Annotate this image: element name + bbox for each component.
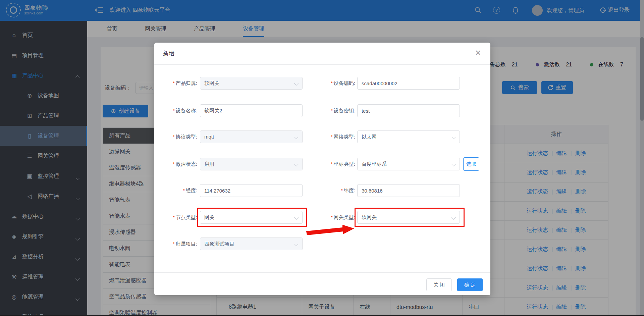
required-asterisk: * (173, 241, 175, 247)
modal-title: 新增 (163, 49, 174, 58)
form-row: *激活状态:启用*坐标类型:百度坐标系选取 (154, 158, 490, 170)
label-gateway-type: *网关类型: (288, 211, 355, 224)
label-coord-type: *坐标类型: (288, 158, 355, 170)
required-asterisk: * (173, 161, 175, 167)
label-latitude: *纬度: (288, 184, 355, 197)
field-wrap-network-type: 以太网 (357, 130, 460, 143)
required-asterisk: * (183, 188, 185, 193)
modal-footer-divider (154, 272, 490, 273)
required-asterisk: * (331, 80, 333, 86)
label-longitude: *经度: (154, 184, 197, 197)
field-wrap-latitude (357, 184, 460, 197)
field-wrap-longitude (200, 184, 303, 197)
field-gateway-type[interactable]: 软网关 (357, 211, 460, 224)
field-wrap-product-owner: 软网关 (200, 77, 303, 90)
field-wrap-coord-type: 百度坐标系 (357, 158, 460, 170)
chevron-down-icon (451, 162, 456, 166)
field-gateway-type-value: 软网关 (362, 214, 377, 220)
label-node-type: *节点类型: (154, 211, 197, 224)
field-wrap-activation-status: 启用 (200, 158, 303, 170)
field-product-owner-value: 软网关 (204, 80, 219, 86)
field-device-secret[interactable] (357, 104, 460, 117)
required-asterisk: * (173, 134, 175, 140)
form-row: *经度:*纬度: (154, 184, 490, 197)
field-latitude[interactable] (357, 184, 460, 197)
label-device-secret: *设备密钥: (288, 104, 355, 117)
label-protocol-type: *协议类型: (154, 130, 197, 143)
label-activation-status: *激活状态: (154, 158, 197, 170)
field-coord-type-value: 百度坐标系 (362, 161, 387, 167)
label-device-name: *设备名称: (154, 104, 197, 117)
field-project[interactable]: 四象测试项目 (200, 238, 303, 250)
form-row: *归属项目:四象测试项目 (154, 238, 490, 250)
required-asterisk: * (341, 188, 343, 193)
required-asterisk: * (173, 80, 175, 86)
confirm-button[interactable]: 确 定 (457, 278, 483, 291)
field-node-type-value: 网关 (204, 214, 214, 220)
modal-title-divider (154, 64, 490, 65)
chevron-down-icon (294, 242, 299, 246)
required-asterisk: * (331, 134, 333, 140)
chevron-down-icon (451, 135, 456, 139)
field-wrap-device-code (357, 77, 460, 90)
field-product-owner[interactable]: 软网关 (200, 77, 303, 90)
close-icon[interactable]: ✕ (475, 49, 481, 57)
field-device-code[interactable] (357, 77, 460, 90)
add-device-modal: 新增 ✕ *产品归属:软网关*设备编码:*设备名称:*设备密钥:*协议类型:mq… (154, 43, 490, 295)
required-asterisk: * (173, 214, 175, 220)
form-row: *协议类型:mqtt*网络类型:以太网 (154, 130, 490, 143)
field-longitude[interactable] (200, 184, 303, 197)
field-activation-status[interactable]: 启用 (200, 158, 303, 170)
form-row: *节点类型:网关*网关类型:软网关 (154, 211, 490, 224)
field-coord-type[interactable]: 百度坐标系 (357, 158, 460, 170)
field-wrap-protocol-type: mqtt (200, 130, 303, 143)
field-network-type[interactable]: 以太网 (357, 130, 460, 143)
label-network-type: *网络类型: (288, 130, 355, 143)
field-node-type[interactable]: 网关 (200, 211, 303, 224)
label-product-owner: *产品归属: (154, 77, 197, 90)
field-project-value: 四象测试项目 (204, 241, 234, 247)
required-asterisk: * (331, 214, 333, 220)
form-row: *产品归属:软网关*设备编码: (154, 77, 490, 90)
required-asterisk: * (173, 108, 175, 113)
field-protocol-type-value: mqtt (204, 134, 214, 140)
chevron-down-icon (451, 215, 456, 220)
pick-coordinates-button[interactable]: 选取 (463, 157, 479, 171)
label-project: *归属项目: (154, 238, 197, 250)
field-wrap-gateway-type: 软网关 (357, 211, 460, 224)
cancel-button[interactable]: 关 闭 (426, 278, 452, 291)
field-activation-status-value: 启用 (204, 161, 214, 167)
field-wrap-device-name (200, 104, 303, 117)
form-row: *设备名称:*设备密钥: (154, 104, 490, 117)
app-root: 四象物聯 sxlinks.com 欢迎进入 四象物联云平台 ? 欢迎您，管理员 (0, 0, 644, 316)
field-wrap-device-secret (357, 104, 460, 117)
field-protocol-type[interactable]: mqtt (200, 130, 303, 143)
required-asterisk: * (331, 108, 333, 113)
label-device-code: *设备编码: (288, 77, 355, 90)
field-wrap-node-type: 网关 (200, 211, 303, 224)
field-wrap-project: 四象测试项目 (200, 238, 303, 250)
field-network-type-value: 以太网 (362, 134, 377, 140)
required-asterisk: * (331, 161, 333, 167)
field-device-name[interactable] (200, 104, 303, 117)
